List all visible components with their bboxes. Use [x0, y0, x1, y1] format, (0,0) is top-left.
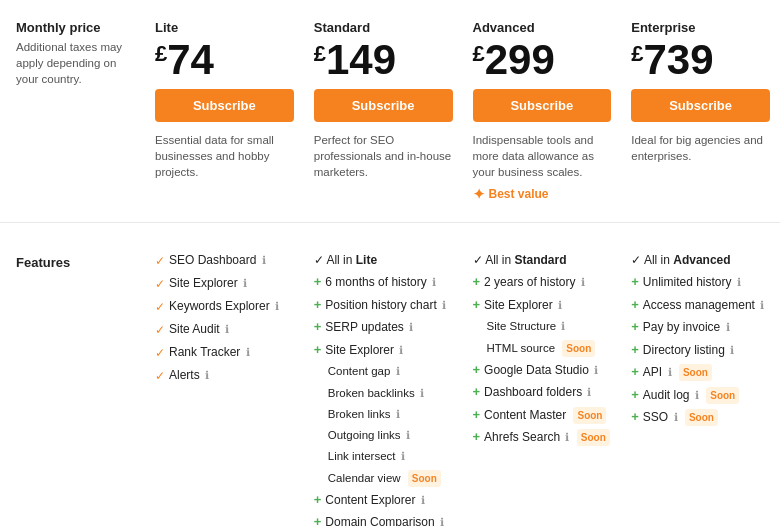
plan-enterprise: Enterprise£739SubscribeIdeal for big age…	[621, 20, 780, 202]
features-lite: ✓ SEO Dashboard ℹ ✓ Site Explorer ℹ ✓ Ke…	[145, 251, 304, 526]
info-icon[interactable]: ℹ	[760, 299, 764, 311]
feature-sub-item: Link intersect ℹ	[328, 448, 453, 465]
info-icon[interactable]: ℹ	[581, 276, 585, 288]
feature-item: + API ℹ Soon	[631, 363, 770, 382]
monthly-price-cell: Monthly price Additional taxes may apply…	[0, 20, 145, 202]
info-icon[interactable]: ℹ	[243, 277, 247, 289]
feature-item: + 6 months of history ℹ	[314, 273, 453, 292]
feature-item: + Audit log ℹ Soon	[631, 386, 770, 405]
subscribe-btn-standard[interactable]: Subscribe	[314, 89, 453, 122]
info-icon[interactable]: ℹ	[726, 321, 730, 333]
info-icon[interactable]: ℹ	[246, 346, 250, 358]
info-icon[interactable]: ℹ	[565, 431, 569, 443]
feature-sub-item: Outgoing links ℹ	[328, 427, 453, 444]
feature-subgroup: Site Structure ℹ HTML source Soon	[473, 318, 612, 357]
plan-desc-enterprise: Ideal for big agencies and enterprises.	[631, 132, 770, 164]
feature-item: + SSO ℹ Soon	[631, 408, 770, 427]
plan-name-standard: Standard	[314, 20, 453, 35]
feature-item: ✓ SEO Dashboard ℹ	[155, 251, 294, 270]
info-icon[interactable]: ℹ	[421, 494, 425, 506]
info-icon[interactable]: ℹ	[420, 387, 424, 399]
info-icon[interactable]: ℹ	[401, 450, 405, 462]
info-icon[interactable]: ℹ	[594, 364, 598, 376]
feature-item: + Access management ℹ	[631, 296, 770, 315]
info-icon[interactable]: ℹ	[225, 323, 229, 335]
feature-item: ✓ Keywords Explorer ℹ	[155, 297, 294, 316]
info-icon[interactable]: ℹ	[674, 411, 678, 423]
feature-item: + 2 years of history ℹ	[473, 273, 612, 292]
info-icon[interactable]: ℹ	[440, 516, 444, 526]
info-icon[interactable]: ℹ	[558, 299, 562, 311]
best-value-badge: ✦ Best value	[473, 186, 549, 202]
info-icon[interactable]: ℹ	[396, 365, 400, 377]
feature-item: + Content Master Soon	[473, 406, 612, 425]
soon-badge: Soon	[706, 387, 739, 404]
info-icon[interactable]: ℹ	[587, 386, 591, 398]
info-icon[interactable]: ℹ	[205, 369, 209, 381]
feature-item: ✓ Rank Tracker ℹ	[155, 343, 294, 362]
info-icon[interactable]: ℹ	[730, 344, 734, 356]
info-icon[interactable]: ℹ	[406, 429, 410, 441]
plan-name-lite: Lite	[155, 20, 294, 35]
feature-item: + Pay by invoice ℹ	[631, 318, 770, 337]
info-icon[interactable]: ℹ	[442, 299, 446, 311]
feature-item: ✓ Site Explorer ℹ	[155, 274, 294, 293]
pricing-container: Monthly price Additional taxes may apply…	[0, 0, 780, 526]
feature-item: + Ahrefs Search ℹ Soon	[473, 428, 612, 447]
features-row: Features ✓ SEO Dashboard ℹ ✓ Site Explor…	[0, 243, 780, 526]
features-enterprise: ✓ All in Advanced + Unlimited history ℹ …	[621, 251, 780, 526]
feature-sub-item: Calendar view Soon	[328, 470, 453, 487]
subscribe-btn-advanced[interactable]: Subscribe	[473, 89, 612, 122]
plan-name-enterprise: Enterprise	[631, 20, 770, 35]
feature-item: + Position history chart ℹ	[314, 296, 453, 315]
soon-badge: Soon	[577, 429, 610, 446]
feature-item: + Directory listing ℹ	[631, 341, 770, 360]
info-icon[interactable]: ℹ	[737, 276, 741, 288]
feature-sub-item: Site Structure ℹ	[487, 318, 612, 335]
info-icon[interactable]: ℹ	[399, 344, 403, 356]
feature-subgroup: Content gap ℹ Broken backlinks ℹ Broken …	[314, 363, 453, 487]
plan-price-advanced: £299	[473, 39, 612, 81]
features-standard: ✓ All in Lite + 6 months of history ℹ + …	[304, 251, 463, 526]
info-icon[interactable]: ℹ	[561, 320, 565, 332]
info-icon[interactable]: ℹ	[262, 254, 266, 266]
feature-item: + Content Explorer ℹ	[314, 491, 453, 510]
soon-badge: Soon	[573, 407, 606, 424]
info-icon[interactable]: ℹ	[409, 321, 413, 333]
feature-sub-item: Broken backlinks ℹ	[328, 385, 453, 402]
feature-item: ✓ All in Standard	[473, 251, 612, 269]
feature-item: + SERP updates ℹ	[314, 318, 453, 337]
feature-item: ✓ Alerts ℹ	[155, 366, 294, 385]
feature-sub-item: Content gap ℹ	[328, 363, 453, 380]
features-label: Features	[0, 251, 145, 526]
feature-item: + Site Explorer ℹ	[314, 341, 453, 360]
plan-desc-standard: Perfect for SEO professionals and in-hou…	[314, 132, 453, 180]
feature-item: + Site Explorer ℹ	[473, 296, 612, 315]
soon-badge: Soon	[685, 409, 718, 426]
subscribe-btn-lite[interactable]: Subscribe	[155, 89, 294, 122]
plan-name-advanced: Advanced	[473, 20, 612, 35]
monthly-price-note: Additional taxes may apply depending on …	[16, 39, 135, 87]
soon-badge: Soon	[679, 364, 712, 381]
monthly-price-title: Monthly price	[16, 20, 135, 35]
feature-item: + Domain Comparison ℹ	[314, 513, 453, 526]
plan-advanced: Advanced£299SubscribeIndispensable tools…	[463, 20, 622, 202]
plan-price-standard: £149	[314, 39, 453, 81]
soon-badge: Soon	[408, 470, 441, 487]
plan-standard: Standard£149SubscribePerfect for SEO pro…	[304, 20, 463, 202]
features-advanced: ✓ All in Standard + 2 years of history ℹ…	[463, 251, 622, 526]
info-icon[interactable]: ℹ	[432, 276, 436, 288]
plan-price-lite: £74	[155, 39, 294, 81]
feature-item: ✓ All in Lite	[314, 251, 453, 269]
info-icon[interactable]: ℹ	[275, 300, 279, 312]
pricing-header: Monthly price Additional taxes may apply…	[0, 20, 780, 223]
subscribe-btn-enterprise[interactable]: Subscribe	[631, 89, 770, 122]
plan-lite: Lite£74SubscribeEssential data for small…	[145, 20, 304, 202]
plan-price-enterprise: £739	[631, 39, 770, 81]
feature-item: + Google Data Studio ℹ	[473, 361, 612, 380]
info-icon[interactable]: ℹ	[396, 408, 400, 420]
info-icon[interactable]: ℹ	[668, 366, 672, 378]
plan-desc-lite: Essential data for small businesses and …	[155, 132, 294, 180]
feature-sub-item: HTML source Soon	[487, 340, 612, 357]
info-icon[interactable]: ℹ	[695, 389, 699, 401]
